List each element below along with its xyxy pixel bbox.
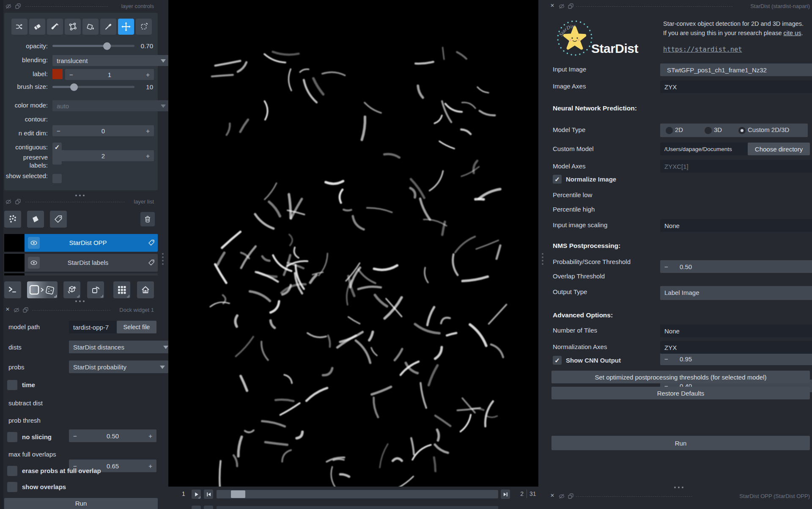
preserve-labels-checkbox[interactable] [52, 155, 62, 165]
normalization-axes-field[interactable]: ZYX [660, 341, 812, 354]
model-type-2d-radio[interactable] [666, 127, 673, 134]
model-axes-field[interactable]: ZYXC[1] [660, 160, 812, 173]
new-shapes-layer-icon[interactable] [27, 211, 44, 228]
blending-select[interactable]: translucent [52, 55, 169, 66]
play-icon-clipped[interactable] [192, 506, 201, 509]
show-cnn-output-checkbox[interactable]: ✓ [553, 356, 562, 365]
hide-icon[interactable] [14, 307, 19, 313]
close-icon[interactable]: ✕ [550, 3, 554, 8]
output-type-select[interactable]: Label Image [660, 286, 812, 299]
increment-icon[interactable]: + [148, 432, 152, 440]
contour-spinbox[interactable]: − 0 + [52, 125, 154, 136]
ndisplay-toggle-icon[interactable] [27, 281, 58, 298]
probs-select[interactable]: StarDist probability [69, 360, 168, 373]
splitter-handle[interactable] [162, 253, 164, 265]
model-type-custom-label[interactable]: Custom 2D/3D [748, 126, 789, 133]
polygon-icon[interactable] [65, 19, 81, 35]
decrement-icon[interactable]: − [664, 263, 668, 270]
custom-model-path-field[interactable]: /Users/dapage/Documents [660, 143, 753, 155]
percentile-low-spinbox[interactable]: − 0.50 + [660, 260, 812, 273]
layer-row-stardist-labels[interactable]: StarDist labels [4, 254, 158, 272]
select-file-button[interactable]: Select file [117, 321, 156, 333]
model-type-2d-label[interactable]: 2D [675, 126, 683, 133]
transpose-dimensions-icon[interactable] [87, 281, 104, 298]
shuffle-icon[interactable] [11, 19, 27, 35]
paintbrush-icon[interactable] [47, 19, 63, 35]
decrement-icon[interactable]: − [69, 71, 73, 78]
tag-icon[interactable] [147, 259, 155, 267]
panel-resize-dots[interactable] [75, 195, 85, 196]
decrement-icon[interactable]: − [664, 355, 668, 363]
increment-icon[interactable]: + [146, 152, 150, 160]
label-color-swatch[interactable] [52, 69, 63, 79]
roll-dimensions-icon[interactable] [63, 281, 80, 298]
new-points-layer-icon[interactable] [4, 211, 21, 228]
image-axes-field[interactable]: ZYX [660, 80, 812, 93]
dims-slider-track-clipped[interactable] [217, 506, 498, 509]
cite-us-link[interactable]: cite us [784, 30, 801, 36]
hide-icon[interactable] [559, 493, 565, 499]
show-selected-checkbox[interactable] [52, 174, 62, 183]
number-of-tiles-field[interactable]: None [660, 325, 812, 337]
contiguous-checkbox[interactable]: ✓ [52, 143, 62, 152]
dock-run-button[interactable]: Run [4, 498, 158, 509]
opacity-slider-handle[interactable] [103, 42, 111, 50]
increment-icon[interactable]: + [148, 462, 152, 470]
label-spinbox[interactable]: − 1 + [65, 69, 154, 80]
new-labels-layer-icon[interactable] [50, 211, 67, 228]
panel-resize-dots[interactable] [75, 300, 85, 302]
input-image-select[interactable]: STwtGFP_pos1_ch1_frame1_Nz32 [660, 63, 812, 76]
brush-size-slider[interactable] [52, 86, 134, 88]
delete-layer-icon[interactable] [140, 212, 155, 226]
brush-size-slider-handle[interactable] [70, 83, 78, 91]
splitter-handle[interactable] [542, 253, 543, 265]
float-panel-icon[interactable] [15, 3, 21, 9]
n-edit-dim-spinbox[interactable]: − 2 + [52, 150, 154, 161]
hide-icon[interactable] [5, 3, 11, 9]
float-panel-icon[interactable] [15, 199, 21, 204]
transform-icon[interactable] [136, 19, 152, 35]
model-type-custom-radio[interactable] [738, 127, 746, 134]
normalize-image-checkbox[interactable]: ✓ [553, 175, 562, 184]
hide-icon[interactable] [559, 3, 565, 9]
play-icon[interactable] [192, 490, 201, 499]
stardist-url-link[interactable]: https://stardist.net [663, 46, 742, 53]
skip-to-start-icon-clipped[interactable] [204, 506, 213, 509]
float-panel-icon[interactable] [568, 493, 573, 499]
prob-score-threshold-spinbox[interactable]: − 0.95 + [660, 352, 812, 365]
grid-view-icon[interactable] [113, 281, 130, 298]
model-path-field[interactable]: tardist-opp-7 [69, 321, 122, 333]
skip-to-end-icon[interactable] [501, 490, 510, 499]
layer-row-stardist-opp[interactable]: StarDist OPP [4, 234, 158, 252]
restore-defaults-button[interactable]: Restore Defaults [551, 387, 810, 399]
show-overlaps-checkbox[interactable] [7, 482, 17, 492]
home-icon[interactable] [137, 281, 154, 298]
eraser-icon[interactable] [29, 19, 45, 35]
opacity-slider[interactable] [52, 45, 134, 47]
subtract-dist-spinbox[interactable]: − 0.50 + [69, 429, 156, 442]
image-canvas[interactable] [168, 0, 538, 487]
stardist-run-button[interactable]: Run [551, 436, 810, 450]
increment-icon[interactable]: + [146, 127, 150, 135]
color-picker-icon[interactable] [100, 19, 116, 35]
fill-icon[interactable] [82, 19, 99, 35]
set-optimized-thresholds-button[interactable]: Set optimized postprocessing thresholds … [551, 371, 810, 383]
dims-slider-handle[interactable] [231, 490, 245, 498]
close-icon[interactable]: ✕ [5, 307, 10, 312]
hide-icon[interactable] [5, 199, 11, 205]
float-panel-icon[interactable] [23, 307, 28, 313]
choose-directory-button[interactable]: Choose directory [748, 143, 810, 155]
float-panel-icon[interactable] [568, 3, 573, 9]
model-type-3d-label[interactable]: 3D [714, 126, 722, 133]
time-checkbox[interactable] [7, 380, 17, 390]
close-icon[interactable]: ✕ [550, 493, 554, 498]
dims-slider-track[interactable] [217, 490, 498, 498]
increment-icon[interactable]: + [146, 71, 150, 78]
tag-icon[interactable] [147, 239, 155, 247]
input-image-scaling-field[interactable]: None [660, 219, 812, 232]
erase-probs-checkbox[interactable] [7, 466, 17, 476]
decrement-icon[interactable]: − [73, 432, 77, 440]
no-slicing-checkbox[interactable] [7, 432, 17, 442]
console-icon[interactable] [4, 281, 21, 298]
decrement-icon[interactable]: − [57, 127, 60, 135]
